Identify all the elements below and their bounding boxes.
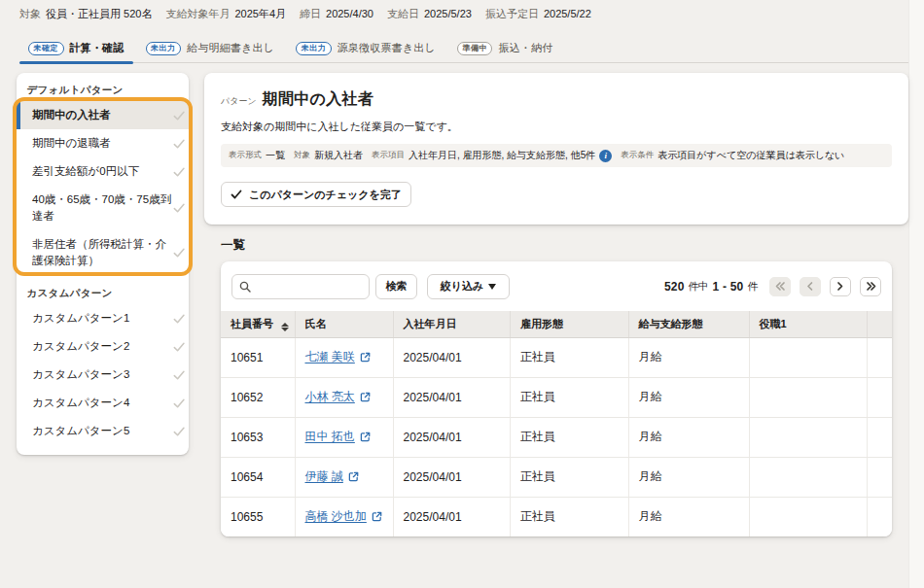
column-header-給与支給形態[interactable]: 給与支給形態 bbox=[628, 311, 749, 337]
column-header-役職1[interactable]: 役職1 bbox=[749, 311, 867, 337]
employee-name-link[interactable]: 田中 拓也 bbox=[305, 429, 371, 445]
pattern-meta-label: 表示条件 bbox=[621, 150, 654, 161]
result-count-range-unit: 件 bbox=[748, 280, 759, 294]
cell-employee-id: 10654 bbox=[221, 457, 295, 497]
employee-name-link[interactable]: 伊藤 誠 bbox=[305, 468, 359, 485]
sidebar-item-非居住者（所得税計算・介護保険計算）[interactable]: 非居住者（所得税計算・介護保険計算） bbox=[17, 230, 189, 275]
sidebar-item-差引支給額が0円以下[interactable]: 差引支給額が0円以下 bbox=[17, 157, 189, 186]
sidebar-item-カスタムパターン4[interactable]: カスタムパターン4 bbox=[17, 389, 189, 417]
sidebar-item-期間中の入社者[interactable]: 期間中の入社者 bbox=[17, 101, 189, 129]
check-icon bbox=[172, 397, 186, 410]
tab-源泉徴収票書き出し[interactable]: 未出力 源泉徴収票書き出し bbox=[287, 34, 444, 62]
cell-hire-date: 2025/04/01 bbox=[393, 457, 511, 497]
column-header-入社年月日[interactable]: 入社年月日 bbox=[393, 311, 511, 337]
pagination-last-button[interactable] bbox=[860, 277, 881, 296]
tab-計算・確認[interactable]: 未確定 計算・確認 bbox=[19, 34, 133, 62]
pattern-detail-panel: パターン 期間中の入社者 支給対象の期間中に入社した従業員の一覧です。 表示形式… bbox=[204, 73, 908, 225]
tab-振込・納付[interactable]: 準備中 振込・納付 bbox=[448, 34, 562, 62]
pattern-meta-value: 入社年月日, 雇用形態, 給与支給形態, 他5件 bbox=[409, 149, 595, 162]
pattern-meta-label: 対象 bbox=[294, 150, 310, 161]
cell-hire-date: 2025/04/01 bbox=[393, 337, 511, 377]
employee-table: 社員番号 氏名 入社年月日 雇用形態 給与支給形態 役職1 10651 七瀬 美… bbox=[221, 311, 892, 536]
cell-pay-type: 月給 bbox=[628, 417, 749, 457]
cell-employment-type: 正社員 bbox=[511, 497, 629, 536]
summary-item-label: 締日 bbox=[300, 7, 321, 21]
complete-pattern-check-label: このパターンのチェックを完了 bbox=[249, 188, 402, 202]
column-header-label: 入社年月日 bbox=[404, 318, 457, 329]
cell-pay-type: 月給 bbox=[628, 457, 749, 497]
column-header-spacer bbox=[867, 311, 892, 337]
pattern-sidebar: デフォルトパターン 期間中の入社者 期間中の退職者 差引支給額が0円以下 40歳… bbox=[17, 73, 189, 455]
info-icon[interactable]: i bbox=[599, 150, 612, 162]
check-icon bbox=[172, 340, 186, 354]
result-count-total: 520 bbox=[664, 280, 685, 294]
column-header-label: 社員番号 bbox=[231, 318, 273, 329]
employee-name-link[interactable]: 小林 亮太 bbox=[305, 389, 371, 405]
pagination bbox=[769, 277, 881, 296]
cell-pay-type: 月給 bbox=[628, 377, 749, 417]
chevrons-left-icon bbox=[773, 280, 787, 293]
sidebar-item-期間中の退職者[interactable]: 期間中の退職者 bbox=[17, 129, 189, 157]
cell-spacer bbox=[867, 417, 892, 457]
pattern-meta-item: 表示条件 表示項目がすべて空の従業員は表示しない bbox=[621, 149, 844, 162]
employee-name-link[interactable]: 七瀬 美咲 bbox=[305, 349, 371, 365]
cell-role1 bbox=[749, 337, 867, 377]
pattern-meta-value: 一覧 bbox=[266, 149, 285, 162]
employee-name: 田中 拓也 bbox=[305, 429, 355, 445]
table-row: 10652 小林 亮太 2025/04/01 正社員 月給 bbox=[221, 377, 892, 417]
result-count-total-unit: 件中 bbox=[689, 280, 709, 294]
tab-status-badge: 未確定 bbox=[28, 42, 64, 55]
pagination-prev-button[interactable] bbox=[800, 277, 821, 296]
sidebar-group-label: デフォルトパターン bbox=[17, 73, 189, 101]
pagination-first-button[interactable] bbox=[769, 277, 791, 296]
sidebar-item-40歳・65歳・70歳・75歳到達者[interactable]: 40歳・65歳・70歳・75歳到達者 bbox=[17, 186, 189, 230]
table-row: 10651 七瀬 美咲 2025/04/01 正社員 月給 bbox=[221, 337, 892, 377]
column-header-氏名[interactable]: 氏名 bbox=[295, 311, 393, 337]
check-icon bbox=[172, 165, 186, 179]
sort-icon bbox=[281, 323, 289, 332]
complete-pattern-check-button[interactable]: このパターンのチェックを完了 bbox=[221, 182, 411, 207]
employee-name-link[interactable]: 高橋 沙也加 bbox=[305, 508, 382, 525]
sidebar-item-カスタムパターン2[interactable]: カスタムパターン2 bbox=[17, 332, 189, 361]
list-section-title: 一覧 bbox=[221, 237, 245, 254]
search-button[interactable]: 検索 bbox=[375, 274, 417, 299]
employee-name: 七瀬 美咲 bbox=[305, 349, 355, 365]
column-header-label: 役職1 bbox=[760, 318, 787, 329]
cell-employment-type: 正社員 bbox=[511, 377, 629, 417]
filter-button[interactable]: 絞り込み bbox=[427, 274, 510, 299]
cell-employee-id: 10655 bbox=[221, 497, 295, 536]
summary-item: 支給対象年月 2025年4月 bbox=[165, 7, 286, 21]
tab-label: 計算・確認 bbox=[70, 41, 124, 55]
sidebar-item-カスタムパターン5[interactable]: カスタムパターン5 bbox=[17, 417, 189, 445]
table-row: 10654 伊藤 誠 2025/04/01 正社員 月給 bbox=[221, 457, 892, 497]
check-icon bbox=[172, 425, 186, 438]
employee-name: 高橋 沙也加 bbox=[305, 508, 367, 525]
sidebar-item-label: 期間中の入社者 bbox=[32, 107, 172, 123]
column-header-社員番号[interactable]: 社員番号 bbox=[221, 311, 295, 337]
summary-item: 対象 役員・正社員用 520名 bbox=[19, 7, 152, 21]
table-body: 10651 七瀬 美咲 2025/04/01 正社員 月給 10652 小林 亮… bbox=[221, 337, 892, 536]
external-link-icon bbox=[360, 352, 371, 363]
summary-item-label: 振込予定日 bbox=[485, 7, 539, 21]
cell-employment-type: 正社員 bbox=[511, 417, 629, 457]
table-row: 10655 高橋 沙也加 2025/04/01 正社員 月給 bbox=[221, 497, 892, 536]
pagination-next-button[interactable] bbox=[830, 277, 851, 296]
external-link-icon bbox=[372, 511, 382, 522]
sidebar-item-カスタムパターン1[interactable]: カスタムパターン1 bbox=[17, 304, 189, 332]
sidebar-item-label: カスタムパターン4 bbox=[32, 395, 172, 411]
chevrons-right-icon bbox=[864, 280, 877, 293]
column-header-雇用形態[interactable]: 雇用形態 bbox=[511, 311, 629, 337]
external-link-icon bbox=[360, 392, 371, 402]
cell-employee-id: 10651 bbox=[221, 337, 295, 377]
sidebar-item-カスタムパターン3[interactable]: カスタムパターン3 bbox=[17, 361, 189, 389]
payroll-summary-bar: 対象 役員・正社員用 520名 支給対象年月 2025年4月 締日 2025/4… bbox=[19, 6, 591, 21]
tab-給与明細書き出し[interactable]: 未出力 給与明細書き出し bbox=[137, 34, 284, 62]
search-box bbox=[231, 274, 370, 299]
search-input[interactable] bbox=[231, 274, 370, 299]
pattern-meta-value: 表示項目がすべて空の従業員は表示しない bbox=[657, 149, 844, 162]
summary-item: 振込予定日 2025/5/22 bbox=[485, 7, 591, 21]
sidebar-item-label: 非居住者（所得税計算・介護保険計算） bbox=[32, 236, 172, 269]
cell-spacer bbox=[867, 377, 892, 417]
sidebar-group-label: カスタムパターン bbox=[17, 276, 189, 304]
cell-name: 高橋 沙也加 bbox=[295, 497, 393, 536]
